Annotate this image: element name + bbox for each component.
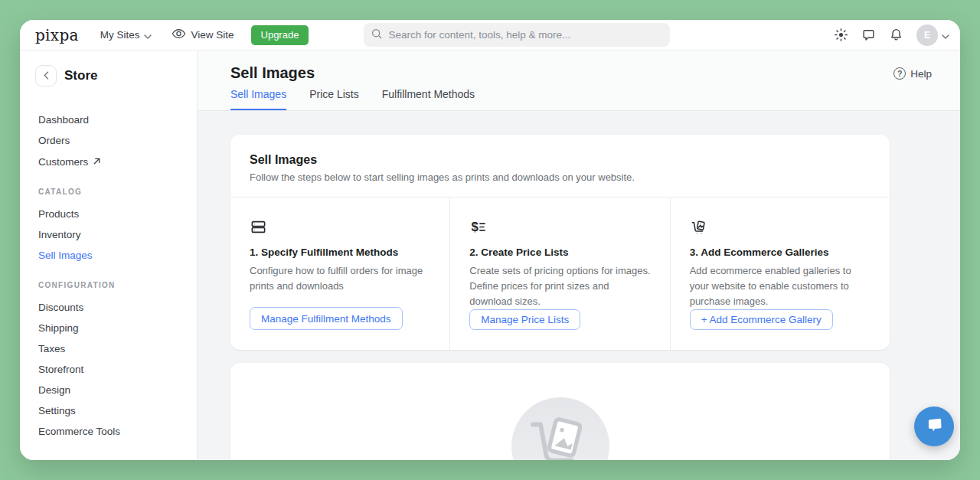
sidebar-item-orders[interactable]: Orders bbox=[35, 130, 181, 151]
global-search[interactable] bbox=[364, 23, 670, 47]
search-icon bbox=[371, 28, 382, 42]
sidebar-item-sell-images[interactable]: Sell Images bbox=[35, 245, 181, 266]
step-title: 3. Add Ecommerce Galleries bbox=[690, 247, 829, 258]
back-button[interactable] bbox=[35, 65, 57, 87]
tab-bar: Sell Images Price Lists Fulfillment Meth… bbox=[230, 88, 933, 110]
sidebar-section-catalog: CATALOG bbox=[38, 188, 181, 196]
svg-text:$: $ bbox=[472, 220, 479, 234]
sidebar-item-label: Customers bbox=[38, 156, 88, 168]
card-subtitle: Follow the steps below to start selling … bbox=[250, 171, 871, 183]
cart-image-icon bbox=[690, 218, 707, 237]
step-title: 2. Create Price Lists bbox=[469, 247, 568, 258]
chevron-down-icon bbox=[942, 28, 949, 42]
sidebar-item-taxes[interactable]: Taxes bbox=[35, 338, 181, 359]
eye-icon bbox=[172, 28, 186, 41]
setup-steps: 1. Specify Fulfillment Methods Configure… bbox=[230, 197, 890, 350]
topbar-actions: E bbox=[834, 24, 949, 46]
tab-price-lists[interactable]: Price Lists bbox=[309, 88, 359, 110]
avatar: E bbox=[916, 24, 938, 46]
step-ecommerce-galleries: 3. Add Ecommerce Galleries Add ecommerce… bbox=[670, 198, 890, 350]
help-link[interactable]: ? Help bbox=[893, 67, 932, 80]
sell-images-setup-card: Sell Images Follow the steps below to st… bbox=[230, 135, 890, 350]
chat-support-button[interactable] bbox=[914, 407, 954, 446]
sidebar-item-ecommerce-tools[interactable]: Ecommerce Tools bbox=[35, 421, 181, 442]
speech-bubble-icon bbox=[924, 415, 945, 438]
pixpa-logo[interactable]: pixpa bbox=[35, 26, 79, 44]
add-ecommerce-gallery-button[interactable]: + Add Ecommerce Gallery bbox=[690, 309, 833, 330]
tab-fulfillment-methods[interactable]: Fulfillment Methods bbox=[382, 88, 475, 110]
sidebar-item-products[interactable]: Products bbox=[35, 204, 181, 224]
cart-photo-icon bbox=[520, 404, 601, 460]
sidebar-item-design[interactable]: Design bbox=[35, 380, 181, 400]
chevron-down-icon bbox=[144, 30, 152, 41]
notifications-bell-icon[interactable] bbox=[889, 28, 903, 42]
view-site-button[interactable]: View Site bbox=[172, 28, 234, 41]
help-label: Help bbox=[910, 68, 932, 80]
app-window: pixpa My Sites View Site Upgrade bbox=[20, 20, 960, 460]
sidebar-title: Store bbox=[64, 68, 97, 83]
feedback-chat-icon[interactable] bbox=[861, 28, 876, 42]
help-question-icon: ? bbox=[893, 67, 906, 80]
ecommerce-galleries-card bbox=[230, 363, 890, 460]
manage-price-lists-button[interactable]: Manage Price Lists bbox=[469, 309, 580, 330]
sidebar-item-shipping[interactable]: Shipping bbox=[35, 318, 181, 338]
search-input[interactable] bbox=[388, 29, 662, 41]
my-sites-menu[interactable]: My Sites bbox=[100, 28, 152, 41]
external-link-arrow-icon bbox=[93, 156, 101, 168]
topbar: pixpa My Sites View Site Upgrade bbox=[20, 20, 960, 51]
step-description: Create sets of pricing options for image… bbox=[469, 263, 651, 309]
tab-sell-images[interactable]: Sell Images bbox=[230, 88, 286, 110]
manage-fulfillment-methods-button[interactable]: Manage Fulfillment Methods bbox=[250, 307, 403, 330]
sidebar-item-settings[interactable]: Settings bbox=[35, 400, 181, 421]
account-menu[interactable]: E bbox=[916, 24, 949, 46]
sidebar-item-customers[interactable]: Customers bbox=[35, 151, 181, 172]
step-description: Add ecommerce enabled galleries to your … bbox=[690, 263, 871, 309]
empty-state-illustration bbox=[511, 397, 609, 460]
sidebar-item-discounts[interactable]: Discounts bbox=[35, 297, 181, 318]
main-panel: Sell Images ? Help Sell Images Price Lis… bbox=[198, 51, 960, 460]
step-title: 1. Specify Fulfillment Methods bbox=[250, 247, 398, 258]
theme-sun-icon[interactable] bbox=[834, 28, 848, 42]
step-fulfillment-methods: 1. Specify Fulfillment Methods Configure… bbox=[230, 198, 449, 350]
page-title: Sell Images bbox=[230, 64, 933, 81]
card-title: Sell Images bbox=[250, 153, 871, 167]
sidebar-item-dashboard[interactable]: Dashboard bbox=[35, 109, 181, 130]
step-description: Configure how to fulfill orders for imag… bbox=[250, 263, 431, 294]
main-header: Sell Images ? Help Sell Images Price Lis… bbox=[198, 51, 960, 111]
price-list-icon: $ bbox=[469, 218, 487, 237]
main-content: Sell Images Follow the steps below to st… bbox=[198, 111, 960, 460]
sidebar-item-storefront[interactable]: Storefront bbox=[35, 359, 181, 380]
sidebar-item-inventory[interactable]: Inventory bbox=[35, 224, 181, 245]
fulfillment-stack-icon bbox=[250, 218, 267, 237]
sidebar-section-configuration: CONFIGURATION bbox=[38, 281, 181, 289]
my-sites-label: My Sites bbox=[100, 29, 140, 41]
view-site-label: View Site bbox=[191, 29, 234, 41]
upgrade-button[interactable]: Upgrade bbox=[251, 25, 309, 45]
step-price-lists: $ 2. Create Price Lists Create sets of p… bbox=[449, 198, 669, 350]
chevron-left-icon bbox=[44, 70, 49, 82]
sidebar: Store Dashboard Orders Customers CATALOG… bbox=[20, 51, 198, 460]
